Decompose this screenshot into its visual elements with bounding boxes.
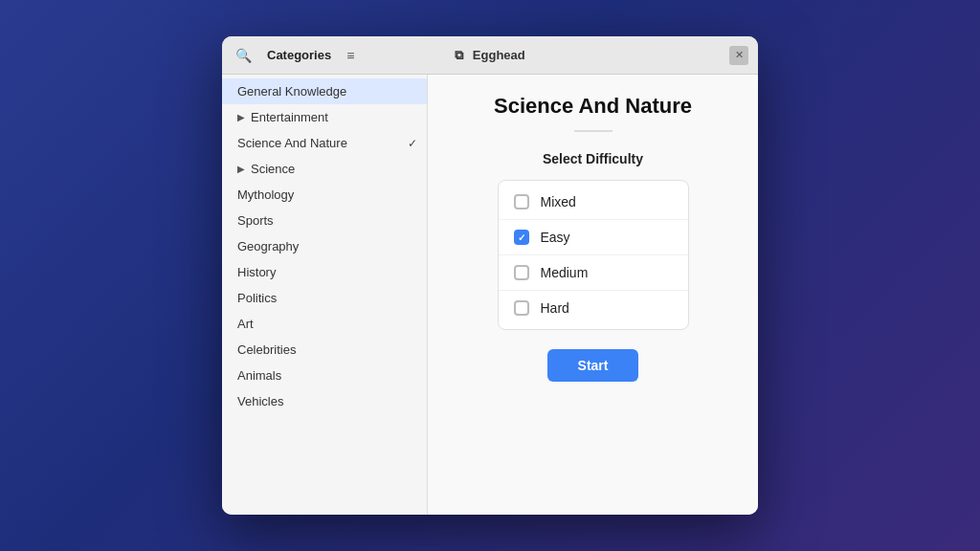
main-content: General Knowledge▶EntertainmentScience A… (222, 75, 758, 515)
option-item-hard[interactable]: Hard (499, 290, 688, 325)
sidebar-item-label: Mythology (237, 187, 294, 202)
sidebar-item-label: General Knowledge (237, 84, 346, 99)
option-item-easy[interactable]: Easy (499, 219, 688, 254)
sidebar-item-label: Politics (237, 291, 277, 305)
sidebar-item-geography[interactable]: Geography (222, 233, 427, 259)
start-button[interactable]: Start (547, 349, 639, 382)
sidebar-item-label: Entertainment (251, 110, 328, 124)
expand-arrow-icon: ▶ (237, 164, 245, 174)
sidebar-item-sports[interactable]: Sports (222, 208, 427, 233)
titlebar-left: 🔍 Categories ≡ (232, 46, 366, 65)
bookmark-icon: ⧉ (455, 48, 463, 62)
sidebar-item-label: Vehicles (237, 394, 283, 408)
window-title-area: ⧉ Egghead (366, 48, 614, 63)
sidebar-item-entertainment[interactable]: ▶Entertainment (222, 104, 427, 130)
sidebar-item-general-knowledge[interactable]: General Knowledge (222, 78, 427, 104)
category-list: General Knowledge▶EntertainmentScience A… (222, 75, 427, 418)
titlebar-right: ✕ (614, 46, 748, 65)
expand-arrow-icon: ▶ (237, 112, 245, 122)
checkbox-mixed[interactable] (514, 194, 529, 209)
sidebar-item-label: Sports (237, 213, 274, 228)
titlebar: 🔍 Categories ≡ ⧉ Egghead ✕ (222, 36, 758, 75)
option-label-medium: Medium (541, 265, 589, 280)
menu-icon[interactable]: ≡ (343, 46, 358, 65)
difficulty-label: Select Difficulty (543, 151, 643, 166)
difficulty-options: MixedEasyMediumHard (498, 180, 689, 330)
sidebar-item-celebrities[interactable]: Celebrities (222, 337, 427, 363)
checkmark-icon: ✓ (408, 137, 417, 150)
close-button[interactable]: ✕ (729, 46, 748, 65)
sidebar-item-history[interactable]: History (222, 259, 427, 285)
sidebar-item-label: Animals (237, 368, 281, 383)
sidebar-item-science[interactable]: ▶Science (222, 156, 427, 182)
divider (574, 130, 612, 132)
checkbox-easy[interactable] (514, 230, 529, 245)
sidebar-item-animals[interactable]: Animals (222, 363, 427, 388)
sidebar-item-mythology[interactable]: Mythology (222, 182, 427, 208)
app-window: 🔍 Categories ≡ ⧉ Egghead ✕ General Knowl… (222, 36, 758, 515)
sidebar-item-label: Science (251, 162, 295, 176)
sidebar-item-label: Art (237, 317, 254, 331)
sidebar-item-politics[interactable]: Politics (222, 285, 427, 311)
sidebar-item-label: Geography (237, 239, 299, 253)
option-item-medium[interactable]: Medium (499, 254, 688, 290)
search-icon[interactable]: 🔍 (232, 46, 256, 65)
option-label-mixed: Mixed (541, 194, 576, 209)
sidebar-header-title: Categories (267, 48, 331, 62)
panel-title: Science And Nature (494, 94, 692, 119)
checkbox-medium[interactable] (514, 265, 529, 280)
right-panel: Science And Nature Select Difficulty Mix… (428, 75, 758, 515)
window-title: Egghead (473, 48, 525, 62)
sidebar-item-science-and-nature[interactable]: Science And Nature✓ (222, 130, 427, 156)
sidebar: General Knowledge▶EntertainmentScience A… (222, 75, 428, 515)
sidebar-item-label: History (237, 265, 276, 279)
sidebar-item-label: Science And Nature (237, 136, 347, 150)
sidebar-item-label: Celebrities (237, 342, 296, 357)
sidebar-item-art[interactable]: Art (222, 311, 427, 337)
sidebar-item-vehicles[interactable]: Vehicles (222, 388, 427, 414)
checkbox-hard[interactable] (514, 300, 529, 316)
option-label-hard: Hard (541, 300, 569, 316)
option-item-mixed[interactable]: Mixed (499, 185, 688, 219)
option-label-easy: Easy (541, 230, 570, 245)
